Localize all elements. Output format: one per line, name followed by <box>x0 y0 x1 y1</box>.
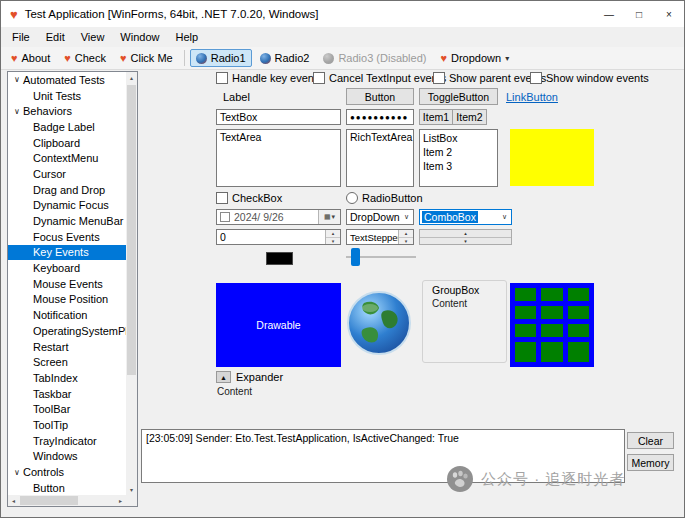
sidebar-item-tooltip[interactable]: ToolTip <box>8 417 126 433</box>
toolbar-about-button[interactable]: ♥ About <box>5 49 56 67</box>
close-button[interactable]: × <box>654 1 684 27</box>
scroll-down-icon[interactable]: ▾ <box>126 484 137 495</box>
tree-items: ∨Automated Tests Unit Tests ∨Behaviors B… <box>8 72 126 495</box>
chevron-down-icon: ∨ <box>502 213 507 221</box>
sidebar-item-drag-and-drop[interactable]: Drag and Drop <box>8 182 126 198</box>
sidebar-horizontal-scrollbar[interactable]: ◂ ▸ <box>8 495 126 506</box>
maximize-button[interactable]: □ <box>624 1 654 27</box>
sidebar-item-automated-tests[interactable]: ∨Automated Tests <box>8 72 126 88</box>
menu-help[interactable]: Help <box>167 27 206 47</box>
scrollbar-thumb[interactable] <box>20 496 78 505</box>
show-window-events-checkbox[interactable]: Show window events <box>530 72 649 84</box>
textarea-input[interactable]: TextArea <box>216 129 341 187</box>
sidebar-item-key-events[interactable]: Key Events <box>8 245 126 261</box>
tree-expander-icon[interactable]: ∨ <box>11 468 23 477</box>
link-button[interactable]: LinkButton <box>506 91 558 103</box>
step-down-icon[interactable]: ▾ <box>420 238 511 245</box>
sidebar-item-keyboard[interactable]: Keyboard <box>8 260 126 276</box>
menu-window[interactable]: Window <box>112 27 167 47</box>
memory-button[interactable]: Memory <box>627 454 674 471</box>
minimize-button[interactable]: — <box>594 1 624 27</box>
sidebar-item-toolbar[interactable]: ToolBar <box>8 401 126 417</box>
list-item[interactable]: ListBox <box>423 131 494 145</box>
sidebar-vertical-scrollbar[interactable]: ▴ ▾ <box>126 72 137 495</box>
combobox[interactable]: ComboBox ∨ <box>419 209 512 225</box>
checkbox-control[interactable]: CheckBox <box>216 192 282 204</box>
sidebar-item-mouse-position[interactable]: Mouse Position <box>8 292 126 308</box>
sidebar-item-taskbar[interactable]: Taskbar <box>8 386 126 402</box>
cancel-textinput-events-checkbox[interactable]: Cancel TextInput events <box>313 72 446 84</box>
sidebar-item-operatingsystemplatform[interactable]: OperatingSystemPlatform <box>8 323 126 339</box>
sidebar-item-windows[interactable]: Windows <box>8 449 126 465</box>
color-picker[interactable] <box>266 252 293 265</box>
toolbar-radio1-button[interactable]: Radio1 <box>190 49 252 67</box>
sidebar-item-button[interactable]: Button <box>8 480 126 495</box>
sidebar-item-clipboard[interactable]: Clipboard <box>8 135 126 151</box>
menu-file[interactable]: File <box>4 27 38 47</box>
listbox[interactable]: ListBox Item 2 Item 3 <box>419 129 498 187</box>
chevron-down-icon: ▾ <box>332 213 336 221</box>
dropdown-select[interactable]: DropDown ∨ <box>346 209 414 225</box>
sidebar-item-mouse-events[interactable]: Mouse Events <box>8 276 126 292</box>
step-up-icon[interactable]: ▴ <box>420 230 511 238</box>
table-cell <box>541 324 562 337</box>
date-picker[interactable]: 2024/ 9/26 ▦ ▾ <box>216 209 341 225</box>
list-item[interactable]: Item 2 <box>423 145 494 159</box>
spin-down-icon[interactable]: ▾ <box>326 238 340 245</box>
scrollbar-thumb[interactable] <box>127 85 136 375</box>
numeric-stepper[interactable]: 0 ▴ ▾ <box>216 229 341 245</box>
toolbar-dropdown-button[interactable]: ♥ Dropdown ▾ <box>434 49 515 67</box>
radiobutton-control[interactable]: RadioButton <box>346 192 423 204</box>
date-checkbox-icon[interactable] <box>220 212 230 222</box>
sidebar-item-unit-tests[interactable]: Unit Tests <box>8 88 126 104</box>
table-cell <box>541 342 562 362</box>
password-input[interactable]: ●●●●●●●●●● <box>346 109 414 125</box>
slider-thumb[interactable] <box>351 248 360 266</box>
toolbar-clickme-button[interactable]: ♥ Click Me <box>114 49 179 67</box>
menu-view[interactable]: View <box>73 27 113 47</box>
button-control[interactable]: Button <box>346 88 414 105</box>
sidebar-item-tabindex[interactable]: TabIndex <box>8 370 126 386</box>
tree-expander-icon[interactable]: ∨ <box>11 107 23 116</box>
sidebar-item-restart[interactable]: Restart <box>8 339 126 355</box>
scroll-right-icon[interactable]: ▸ <box>115 495 126 506</box>
date-dropdown-button[interactable]: ▦ ▾ <box>318 210 340 224</box>
tree-expander-icon[interactable]: ∨ <box>11 75 23 84</box>
sidebar-item-focus-events[interactable]: Focus Events <box>8 229 126 245</box>
stepper-control[interactable]: ▴ ▾ <box>419 229 512 245</box>
spin-up-icon[interactable]: ▴ <box>399 230 413 238</box>
sidebar-item-dynamic-focus[interactable]: Dynamic Focus <box>8 198 126 214</box>
sidebar-item-behaviors[interactable]: ∨Behaviors <box>8 103 126 119</box>
scroll-left-icon[interactable]: ◂ <box>8 495 19 506</box>
richtextarea-input[interactable]: RichTextArea <box>346 129 414 187</box>
list-item[interactable]: Item 3 <box>423 159 494 173</box>
sidebar-item-controls[interactable]: ∨Controls <box>8 464 126 480</box>
spin-down-icon[interactable]: ▾ <box>399 238 413 245</box>
clear-button[interactable]: Clear <box>627 432 674 449</box>
toolbar-check-button[interactable]: ♥ Check <box>58 49 112 67</box>
table-cell <box>541 306 562 319</box>
expander-collapse-button[interactable]: ▲ <box>216 371 231 383</box>
sidebar-item-screen[interactable]: Screen <box>8 354 126 370</box>
sidebar-item-contextmenu[interactable]: ContextMenu <box>8 150 126 166</box>
sidebar-item-cursor[interactable]: Cursor <box>8 166 126 182</box>
segmented-button-item2[interactable]: Item2 <box>452 109 487 125</box>
spin-up-icon[interactable]: ▴ <box>326 230 340 238</box>
scroll-up-icon[interactable]: ▴ <box>126 72 137 83</box>
textbox-input[interactable]: TextBox <box>216 109 341 125</box>
segmented-button-item1[interactable]: Item1 <box>419 109 453 125</box>
checkbox-label: Show window events <box>546 72 649 84</box>
toggle-button[interactable]: ToggleButton <box>419 88 498 105</box>
sidebar-item-trayindicator[interactable]: TrayIndicator <box>8 433 126 449</box>
slider[interactable] <box>346 248 416 266</box>
spinner-buttons: ▴ ▾ <box>398 230 413 244</box>
sidebar-item-notification[interactable]: Notification <box>8 307 126 323</box>
handle-key-events-checkbox[interactable]: Handle key events <box>216 72 323 84</box>
expander-label[interactable]: Expander <box>236 371 283 383</box>
toolbar-radio2-button[interactable]: Radio2 <box>254 49 316 67</box>
toolbar-radio3-button: Radio3 (Disabled) <box>317 49 432 67</box>
menu-edit[interactable]: Edit <box>38 27 73 47</box>
sidebar-item-badge-label[interactable]: Badge Label <box>8 119 126 135</box>
sidebar-item-dynamic-menubar[interactable]: Dynamic MenuBar <box>8 213 126 229</box>
text-stepper[interactable]: TextStepper ▴ ▾ <box>346 229 414 245</box>
